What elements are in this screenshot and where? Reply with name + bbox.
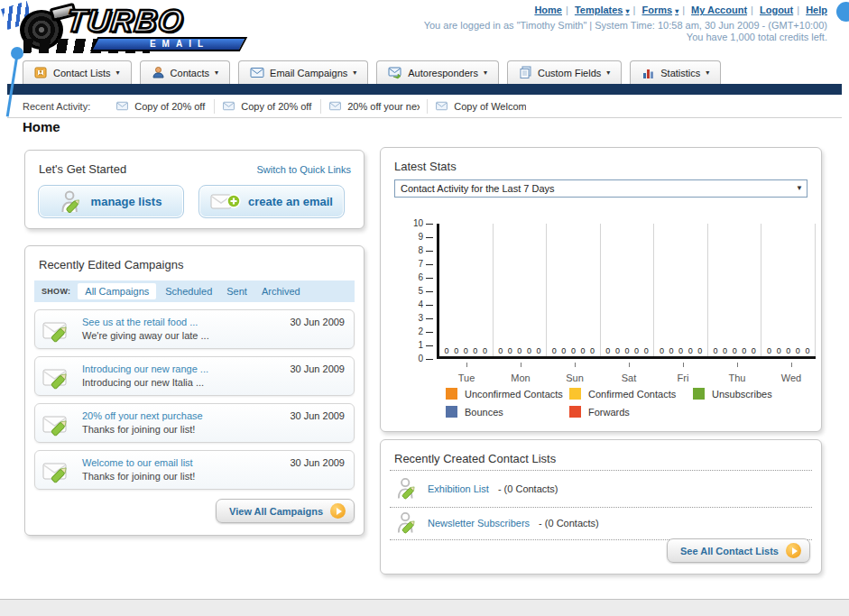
x-tick-label: Sun <box>566 372 584 383</box>
recent-activity-label: Recent Activity: <box>23 101 90 112</box>
app-logo[interactable]: TURBO EMAIL <box>7 3 246 55</box>
campaign-title-link[interactable]: 20% off your next purchase <box>82 410 203 421</box>
page: TURBO EMAIL Home| Templates ▾| Forms ▾| … <box>7 0 842 599</box>
filter-scheduled[interactable]: Scheduled <box>165 286 212 297</box>
bar-value-label: 0 <box>561 346 566 355</box>
y-tick-label: 0 <box>418 354 423 363</box>
stats-dropdown[interactable]: Contact Activity for the Last 7 Days ▼ <box>394 179 807 198</box>
tab-autoresponders[interactable]: Autoresponders▾ <box>376 60 499 84</box>
contact-list-row[interactable]: Exhibition List - (0 Contacts) <box>397 476 558 501</box>
bar-value-label: 0 <box>644 346 649 355</box>
campaign-title-link[interactable]: Welcome to our email list <box>82 457 193 468</box>
y-tick-mark <box>426 251 433 252</box>
tab-contact-lists[interactable]: Contact Lists▾ <box>23 60 132 84</box>
envelope-pencil-icon <box>42 410 75 437</box>
x-tick: Thu <box>710 363 764 385</box>
bar-value-label: 0 <box>660 346 664 355</box>
nav-link-templates[interactable]: Templates <box>575 5 623 15</box>
bar-value-label: 0 <box>483 346 487 355</box>
campaign-date: 30 Jun 2009 <box>290 363 345 374</box>
tab-contacts[interactable]: Contacts▾ <box>140 60 230 84</box>
tab-email-campaigns[interactable]: Email Campaigns▾ <box>238 60 368 84</box>
contact-lists-panel: Recently Created Contact Lists Exhibitio… <box>380 439 822 575</box>
recent-activity-bar: Recent Activity: Copy of 20% off yo Copy… <box>7 95 842 118</box>
see-all-contact-lists-button[interactable]: See All Contact Lists <box>667 538 810 563</box>
campaign-row[interactable]: Introducing our new range ... Introducin… <box>34 356 355 396</box>
campaign-title-link[interactable]: See us at the retail food ... <box>82 317 198 327</box>
recent-activity-item[interactable]: 20% off your next p <box>320 99 427 114</box>
nav-link-my-account[interactable]: My Account <box>691 5 747 15</box>
nav-link-forms[interactable]: Forms <box>641 5 672 15</box>
top-nav: Home| Templates ▾| Forms ▾| My Account| … <box>534 5 827 15</box>
recent-activity-item[interactable]: Copy of 20% off yo <box>108 99 214 114</box>
arrow-icon <box>786 543 801 558</box>
tab-label: Autoresponders <box>408 68 478 78</box>
recent-activity-item[interactable]: Copy of 20% off yo <box>214 99 320 114</box>
campaign-title-link[interactable]: Introducing our new range ... <box>82 363 208 374</box>
bar-value-label: 0 <box>625 346 630 355</box>
y-tick-mark <box>426 237 433 238</box>
contact-list-link[interactable]: Newsletter Subscribers <box>428 518 530 529</box>
x-tick: Wed <box>764 363 818 385</box>
templates-dropdown-icon[interactable]: ▾ <box>626 7 630 15</box>
legend-item: Confirmed Contacts <box>569 388 693 400</box>
campaign-row[interactable]: Welcome to our email list Thanks for joi… <box>34 450 355 490</box>
person-icon <box>152 66 165 79</box>
x-tick: Tue <box>439 363 494 385</box>
campaign-filter-bar: SHOW: All Campaigns Scheduled Sent Archi… <box>34 280 355 302</box>
stats-dropdown-value: Contact Activity for the Last 7 Days <box>401 183 555 194</box>
contact-list-link[interactable]: Exhibition List <box>428 483 489 494</box>
chart-day-group: 00000 <box>708 224 762 356</box>
legend-item: Unsubscribes <box>693 388 817 400</box>
recent-activity-text: Copy of Welcome to <box>454 101 526 112</box>
bar-value-label: 0 <box>454 346 458 355</box>
envelope-icon <box>435 101 448 111</box>
panel-title: Recently Edited Campaigns <box>39 258 183 271</box>
bar-value-label: 0 <box>786 346 790 355</box>
envelope-plus-icon <box>210 191 241 213</box>
show-label: SHOW: <box>42 287 70 296</box>
legend-swatch <box>569 388 581 400</box>
chart-day-group: 00000 <box>654 224 708 356</box>
annotation-pin-circle <box>11 47 23 60</box>
logo-subtitle-bar: EMAIL <box>90 37 248 51</box>
page-bottom-strip <box>0 599 849 616</box>
campaign-row[interactable]: 20% off your next purchase Thanks for jo… <box>34 403 355 443</box>
tab-custom-fields[interactable]: Custom Fields▾ <box>507 60 622 84</box>
contact-list-row[interactable]: Newsletter Subscribers - (0 Contacts) <box>397 510 599 535</box>
panel-title: Recently Created Contact Lists <box>394 452 556 465</box>
filter-archived[interactable]: Archived <box>262 286 300 297</box>
switch-quick-links[interactable]: Switch to Quick Links <box>256 164 351 175</box>
nav-link-help[interactable]: Help <box>806 5 827 15</box>
chart-day-group: 00000 <box>547 224 601 356</box>
bar-value-label: 0 <box>517 346 521 355</box>
view-all-campaigns-button[interactable]: View All Campaigns <box>216 499 355 523</box>
campaign-row[interactable]: See us at the retail food ... We're givi… <box>34 309 355 349</box>
filter-all-campaigns[interactable]: All Campaigns <box>78 283 156 299</box>
bar-value-labels: 00000 <box>601 346 654 355</box>
tab-statistics[interactable]: Statistics▾ <box>630 60 721 84</box>
bar-value-label: 0 <box>571 346 576 355</box>
envelope-pencil-icon <box>42 363 75 391</box>
nav-link-logout[interactable]: Logout <box>760 5 793 15</box>
create-email-button[interactable]: create an email <box>198 185 345 218</box>
nav-link-home[interactable]: Home <box>534 5 562 15</box>
campaign-date: 30 Jun 2009 <box>290 410 345 421</box>
bar-value-label: 0 <box>688 346 693 355</box>
envelope-icon <box>222 101 235 111</box>
y-tick-mark <box>426 224 433 225</box>
x-tick: Sun <box>548 363 602 385</box>
person-pencil-icon <box>397 476 419 501</box>
recent-activity-item[interactable]: Copy of Welcome to <box>427 99 533 114</box>
bar-value-label: 0 <box>733 346 737 355</box>
bar-value-label: 0 <box>669 346 673 355</box>
y-tick-label: 2 <box>418 326 423 336</box>
chart-day-group: 00000 <box>761 224 816 356</box>
manage-lists-label: manage lists <box>91 195 162 208</box>
forms-dropdown-icon[interactable]: ▾ <box>675 7 678 15</box>
legend-item: Unconfirmed Contacts <box>446 388 569 400</box>
x-tick: Mon <box>494 363 548 385</box>
filter-sent[interactable]: Sent <box>226 286 247 297</box>
manage-lists-button[interactable]: manage lists <box>38 185 184 218</box>
chevron-down-icon: ▾ <box>606 69 610 77</box>
